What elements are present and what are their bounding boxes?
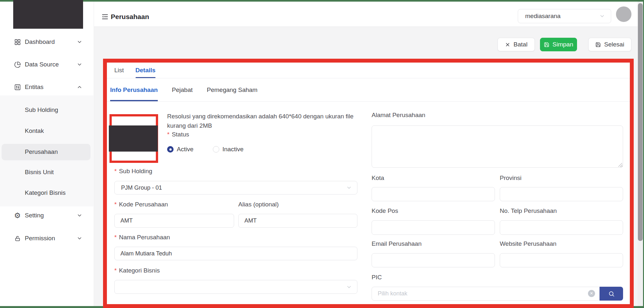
website-input[interactable] — [500, 253, 623, 267]
annotation-box-form: List Details Info Perusahaan Pejabat Pem… — [103, 59, 634, 308]
workspace-select[interactable]: mediasarana — [518, 9, 611, 23]
provinsi-input[interactable] — [500, 187, 623, 201]
form-panel: List Details Info Perusahaan Pejabat Pem… — [107, 63, 630, 304]
entitas-submenu: Sub Holding Kontak Perusahaan Bisnis Uni… — [0, 95, 93, 206]
chevron-down-icon — [77, 213, 82, 218]
tab-details[interactable]: Details — [136, 63, 156, 78]
kategori-bisnis-select[interactable] — [114, 280, 357, 294]
floppy-icon — [595, 42, 601, 47]
user-avatar[interactable] — [616, 6, 631, 22]
subtab-pejabat[interactable]: Pejabat — [172, 78, 193, 101]
x-icon — [505, 42, 510, 47]
alamat-textarea[interactable] — [372, 125, 623, 168]
status-label: * Status — [167, 131, 189, 138]
radio-inactive-label: Inactive — [223, 146, 243, 153]
status-radio-group: Active Inactive — [167, 146, 243, 153]
radio-active[interactable] — [167, 146, 174, 153]
sidebar-item-kategori-bisnis[interactable]: Kategori Bisnis — [0, 186, 93, 199]
grid-icon — [14, 38, 21, 46]
tabs-row: List Details — [107, 63, 630, 78]
frame-top — [0, 0, 644, 2]
sidebar-item-label: Entitas — [25, 84, 43, 91]
alias-input[interactable] — [238, 214, 357, 228]
sidebar-item-label: Setting — [25, 212, 44, 219]
simpan-button[interactable]: Simpan — [540, 38, 577, 51]
sidebar-collapse-icon[interactable] — [101, 13, 109, 21]
chevron-down-icon — [77, 39, 82, 45]
workspace-select-value: mediasarana — [525, 13, 561, 20]
subtab-pemegang-saham[interactable]: Pemegang Saham — [207, 78, 257, 101]
email-label: Email Perusahaan — [372, 240, 421, 247]
floppy-icon — [544, 42, 549, 47]
sub-holding-value: PJM Group - 01 — [121, 184, 162, 191]
sidebar-item-bisnis-unit[interactable]: Bisnis Unit — [0, 166, 93, 179]
pic-label: PIC — [372, 274, 382, 281]
screenshot-root: Dashboard Data Source Entitas Sub Holdin… — [0, 0, 644, 308]
sub-holding-select[interactable]: PJM Group - 01 — [114, 181, 357, 194]
website-label: Website Perusahaan — [500, 240, 556, 247]
app-logo-redacted — [13, 0, 83, 29]
kode-perusahaan-input[interactable] — [114, 214, 234, 228]
sidebar-item-label: Permission — [25, 235, 55, 242]
kode-pos-label: Kode Pos — [372, 207, 398, 214]
chevron-down-icon — [77, 62, 82, 67]
sliders-icon — [14, 83, 21, 91]
search-icon — [608, 291, 615, 297]
logo-resolution-hint: Resolusi yang direkomendasikan adalah 64… — [167, 112, 373, 130]
batal-button[interactable]: Batal — [497, 38, 535, 51]
nama-perusahaan-label: * Nama Perusahaan — [114, 234, 170, 241]
selesai-button[interactable]: Selesai — [588, 38, 631, 51]
chevron-down-icon — [599, 13, 605, 19]
kode-pos-input[interactable] — [372, 220, 495, 235]
clear-icon[interactable]: ✕ — [588, 290, 595, 297]
page-title: Perusahaan — [111, 13, 149, 21]
sub-holding-label: * Sub Holding — [114, 168, 152, 175]
sidebar-item-permission[interactable]: Permission — [0, 232, 93, 245]
scrollbar-thumb[interactable] — [638, 3, 643, 241]
radio-inactive[interactable] — [213, 146, 219, 153]
gear-icon: ⚙ — [14, 212, 21, 219]
pic-search-group: ✕ — [372, 287, 623, 301]
telp-input[interactable] — [500, 220, 623, 235]
subtabs-row: Info Perusahaan Pejabat Pemegang Saham — [107, 78, 630, 102]
lock-icon — [14, 234, 21, 242]
alamat-label: Alamat Perusahaan — [372, 112, 425, 119]
email-input[interactable] — [372, 253, 495, 267]
sidebar-item-label: Data Source — [25, 61, 59, 68]
sidebar-item-label: Dashboard — [25, 38, 55, 45]
sidebar-item-perusahaan[interactable]: Perusahaan — [0, 145, 93, 158]
chevron-up-icon — [77, 84, 82, 90]
pic-input[interactable] — [372, 287, 600, 301]
telp-label: No. Telp Perusahaan — [500, 207, 557, 214]
sidebar-item-data-source[interactable]: Data Source — [0, 58, 93, 71]
sidebar-item-dashboard[interactable]: Dashboard — [0, 35, 93, 48]
pie-chart-icon — [14, 61, 21, 68]
chevron-down-icon — [346, 185, 352, 191]
nama-perusahaan-input[interactable] — [114, 247, 357, 260]
chevron-down-icon — [346, 284, 352, 290]
tab-list[interactable]: List — [114, 63, 124, 78]
kode-perusahaan-label: * Kode Perusahaan — [114, 201, 168, 208]
topbar: Perusahaan mediasarana — [94, 2, 643, 27]
subtab-info-perusahaan[interactable]: Info Perusahaan — [110, 78, 158, 101]
alias-label: Alias (optional) — [238, 201, 279, 208]
sidebar: Dashboard Data Source Entitas Sub Holdin… — [0, 2, 94, 306]
provinsi-label: Provinsi — [500, 174, 522, 182]
kota-input[interactable] — [372, 187, 495, 201]
chevron-down-icon — [77, 235, 82, 241]
sidebar-item-setting[interactable]: ⚙ Setting — [0, 209, 93, 222]
sidebar-item-sub-holding[interactable]: Sub Holding — [0, 104, 93, 116]
sidebar-item-kontak[interactable]: Kontak — [0, 124, 93, 137]
company-logo-redacted — [109, 125, 158, 152]
pic-search-button[interactable] — [600, 287, 623, 301]
kategori-bisnis-label: * Kategori Bisnis — [114, 267, 160, 274]
radio-active-label: Active — [177, 146, 194, 153]
sidebar-item-entitas[interactable]: Entitas — [0, 81, 93, 94]
kota-label: Kota — [372, 174, 384, 182]
